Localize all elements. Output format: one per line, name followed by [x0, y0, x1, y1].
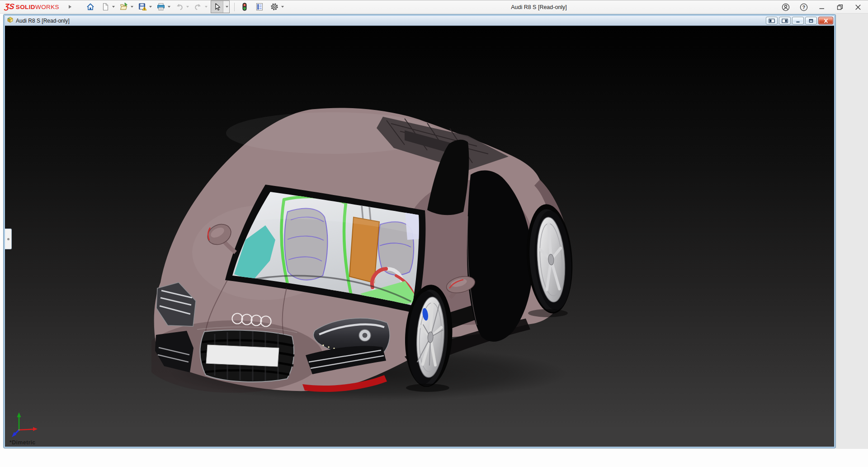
- panel-tab-grip: [7, 238, 9, 240]
- document-minimize-icon: [795, 19, 801, 23]
- print-dropdown-arrow[interactable]: [168, 6, 170, 8]
- options-dropdown-arrow[interactable]: [281, 6, 284, 8]
- featuremanager-collapsed-tab[interactable]: [5, 229, 12, 249]
- undo-arrow-icon: [175, 2, 184, 11]
- document-window: Audi R8 S [Read-only]: [4, 14, 835, 448]
- restore-button[interactable]: [835, 3, 844, 12]
- options-button[interactable]: [269, 1, 280, 13]
- open-folder-icon: [119, 2, 128, 11]
- view-orientation-label: *Dimetric: [9, 439, 36, 446]
- undo-dropdown-arrow[interactable]: [186, 6, 189, 8]
- redo-arrow-icon: [193, 2, 203, 11]
- minimize-button[interactable]: [817, 3, 826, 12]
- document-window-controls: [766, 17, 833, 24]
- toolbar-expand-button[interactable]: [66, 2, 75, 11]
- solidworks-app-window: ƷS SOLIDWORKS: [0, 0, 868, 467]
- properties-list-icon: [255, 2, 264, 11]
- save-button[interactable]: [137, 1, 148, 13]
- close-icon: [854, 4, 862, 11]
- orientation-triad: [11, 409, 42, 441]
- select-dropdown-cell[interactable]: [223, 1, 229, 13]
- account-icon: [782, 3, 790, 11]
- pane-left-button[interactable]: [766, 17, 778, 24]
- solidworks-logo: ƷS SOLIDWORKS: [0, 2, 59, 11]
- home-button[interactable]: [85, 1, 96, 13]
- display-states-button[interactable]: [239, 1, 250, 13]
- home-icon: [86, 2, 95, 11]
- gear-icon: [270, 2, 279, 11]
- document-minimize-button[interactable]: [792, 17, 804, 24]
- chevron-right-icon: [68, 5, 72, 9]
- redo-button[interactable]: [192, 1, 204, 13]
- mdi-client-area: Audi R8 S [Read-only]: [0, 14, 868, 467]
- new-dropdown-arrow[interactable]: [112, 6, 115, 8]
- graphics-viewport[interactable]: *Dimetric: [5, 26, 834, 447]
- document-title: Audi R8 S [Read-only]: [16, 18, 70, 24]
- help-icon: ?: [800, 3, 808, 11]
- file-properties-button[interactable]: [254, 1, 265, 13]
- document-titlebar[interactable]: Audi R8 S [Read-only]: [5, 16, 834, 26]
- help-button[interactable]: ?: [799, 3, 808, 12]
- sign-in-button[interactable]: [781, 3, 790, 12]
- printer-icon: [156, 2, 165, 11]
- task-pane-strip[interactable]: [835, 14, 868, 449]
- assembly-document-icon: [7, 16, 14, 25]
- select-tool-button[interactable]: [211, 1, 223, 13]
- pane-right-button[interactable]: [779, 17, 791, 24]
- app-window-controls: ?: [781, 0, 863, 14]
- logo-text-solid: SOLID: [16, 4, 35, 10]
- redo-dropdown-arrow[interactable]: [205, 6, 208, 8]
- close-button[interactable]: [854, 3, 863, 12]
- cursor-arrow-icon: [212, 2, 222, 11]
- open-button[interactable]: [118, 1, 130, 13]
- select-tool-group: [211, 0, 230, 13]
- dassault-logo-mark: ƷS: [4, 2, 15, 11]
- print-button[interactable]: [155, 1, 167, 13]
- document-restore-icon: [808, 19, 814, 23]
- app-titlebar: ƷS SOLIDWORKS: [0, 0, 868, 14]
- main-toolbar: [85, 0, 287, 13]
- select-dropdown-arrow: [226, 6, 228, 8]
- pane-left-icon: [769, 19, 775, 23]
- svg-text:?: ?: [802, 5, 805, 10]
- new-file-icon: [101, 2, 110, 11]
- logo-text-works: WORKS: [35, 4, 59, 10]
- window-title: Audi R8 S [Read-only]: [480, 0, 598, 14]
- open-dropdown-arrow[interactable]: [131, 6, 133, 8]
- toolbar-separator: [234, 3, 235, 11]
- minimize-icon: [818, 4, 826, 11]
- undo-button[interactable]: [174, 1, 185, 13]
- new-document-button[interactable]: [99, 1, 111, 13]
- save-dropdown-arrow[interactable]: [149, 6, 152, 8]
- document-close-icon: [823, 19, 829, 23]
- save-warning-icon: [138, 2, 147, 11]
- document-restore-button[interactable]: [805, 17, 817, 24]
- restore-icon: [836, 4, 844, 11]
- document-close-button[interactable]: [818, 17, 833, 24]
- license-plate: [206, 345, 279, 367]
- pane-right-icon: [782, 19, 788, 23]
- traffic-light-icon: [240, 2, 249, 11]
- car-model-audi-r8[interactable]: [151, 103, 576, 402]
